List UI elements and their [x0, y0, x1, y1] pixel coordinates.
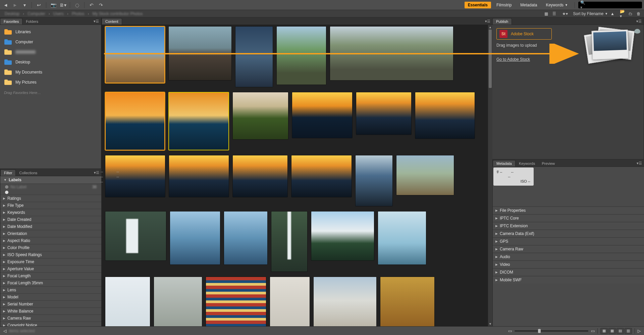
- favorites-item[interactable]: Desktop: [1, 57, 100, 67]
- filter-section-labels[interactable]: ▼Labels: [0, 176, 101, 184]
- filter-section[interactable]: ▶Ratings: [0, 195, 101, 202]
- view-as-details-icon[interactable]: ☰: [551, 11, 557, 16]
- thumbnail[interactable]: [105, 92, 165, 150]
- workspace-keywords[interactable]: Keywords ▼: [542, 2, 571, 8]
- workspace-filmstrip[interactable]: Filmstrip: [493, 2, 515, 8]
- breadcrumb-item[interactable]: My Stock contributor Photos: [90, 11, 145, 16]
- thumbnail-grid[interactable]: [102, 25, 488, 326]
- panel-menu-icon[interactable]: ▾☰: [92, 170, 101, 176]
- metadata-section[interactable]: ▶GPS: [493, 237, 644, 245]
- metadata-section[interactable]: ▶IPTC Core: [493, 214, 644, 222]
- favorites-item[interactable]: My Documents: [1, 67, 100, 77]
- thumbnail[interactable]: [224, 211, 268, 265]
- thumbnail[interactable]: [168, 92, 229, 150]
- slider-knob[interactable]: [538, 329, 541, 333]
- new-folder-icon[interactable]: 🗀: [628, 11, 633, 16]
- tab-collections[interactable]: Collections: [16, 170, 41, 176]
- thumbnail[interactable]: [313, 277, 377, 326]
- adobe-stock-service-row[interactable]: St Adobe Stock: [496, 28, 552, 40]
- metadata-section[interactable]: ▶Audio: [493, 253, 644, 260]
- star-filter-icon[interactable]: ★▾: [562, 11, 568, 16]
- thumbnail[interactable]: [105, 211, 166, 261]
- filter-section[interactable]: ▶Focal Length 35mm: [0, 279, 101, 286]
- panel-menu-icon[interactable]: ▾☰: [92, 18, 101, 25]
- open-in-camera-raw-icon[interactable]: ◌: [73, 1, 81, 9]
- favorites-item[interactable]: [1, 47, 100, 57]
- upload-drop-zone[interactable]: [585, 28, 639, 64]
- reveal-recent-dropdown[interactable]: ▾: [21, 1, 28, 9]
- metadata-section[interactable]: ▶File Properties: [493, 206, 644, 214]
- filter-section[interactable]: ▶Model: [0, 293, 101, 300]
- thumbnail[interactable]: [168, 26, 232, 81]
- thumbnail[interactable]: [271, 211, 308, 272]
- thumbnail[interactable]: [170, 211, 220, 265]
- filter-section[interactable]: ▶Aperture Value: [0, 265, 101, 272]
- panel-menu-icon[interactable]: ▾☰: [634, 18, 644, 25]
- breadcrumb-item[interactable]: Desktop: [3, 11, 21, 16]
- search-text[interactable]: [587, 2, 643, 7]
- metadata-section[interactable]: ▶Video: [493, 260, 644, 268]
- filter-section[interactable]: ▶Exposure Time: [0, 258, 101, 265]
- metadata-section[interactable]: ▶DICOM: [493, 268, 644, 276]
- tab-folders[interactable]: Folders: [22, 18, 42, 25]
- metadata-section[interactable]: ▶Camera Data (Exif): [493, 230, 644, 237]
- thumbnail[interactable]: [396, 155, 454, 195]
- collapse-right-icon[interactable]: ▷: [638, 329, 641, 333]
- grid-view-icon[interactable]: ▦: [608, 328, 616, 334]
- thumbnail[interactable]: [232, 155, 288, 197]
- filter-section[interactable]: ▶Color Profile: [0, 244, 101, 251]
- metadata-section[interactable]: ▶Mobile SWF: [493, 276, 644, 284]
- filter-section[interactable]: ▶Copyright Notice: [0, 322, 101, 326]
- tab-publish[interactable]: Publish: [492, 18, 512, 25]
- thumbnail[interactable]: [232, 92, 288, 140]
- thumbnail-size-slider[interactable]: [515, 330, 588, 332]
- view-as-thumbnails-icon[interactable]: ▦: [543, 11, 549, 16]
- scroll-track[interactable]: [488, 30, 492, 322]
- thumbnail[interactable]: [206, 277, 266, 326]
- thumbnail[interactable]: [154, 277, 202, 326]
- refine-icon[interactable]: 🗎▾: [59, 1, 66, 9]
- filter-section[interactable]: ▶File Type: [0, 202, 101, 209]
- scroll-up-button[interactable]: ▲: [488, 25, 492, 30]
- tab-favorites[interactable]: Favorites: [0, 18, 22, 25]
- tab-keywords[interactable]: Keywords: [516, 160, 538, 166]
- favorites-item[interactable]: Libraries: [1, 27, 100, 37]
- thumbnail[interactable]: [355, 155, 393, 206]
- filter-section[interactable]: ▶Orientation: [0, 230, 101, 237]
- favorites-item[interactable]: My Pictures: [1, 77, 100, 87]
- search-input[interactable]: 🔍▾: [578, 2, 642, 8]
- thumbnail[interactable]: [276, 26, 326, 85]
- thumbnail[interactable]: [235, 26, 273, 87]
- get-photos-icon[interactable]: 📷: [50, 1, 57, 9]
- workspace-metadata[interactable]: Metadata: [517, 2, 540, 8]
- thumbnail[interactable]: [270, 277, 310, 326]
- metadata-section[interactable]: ▶Camera Raw: [493, 245, 644, 253]
- workspace-essentials[interactable]: Essentials: [465, 2, 491, 8]
- breadcrumb-item[interactable]: Users: [51, 11, 66, 16]
- zoom-out-icon[interactable]: ▭: [508, 329, 512, 333]
- collapse-left-icon[interactable]: ◁: [3, 329, 6, 333]
- thumbnail[interactable]: [292, 92, 353, 138]
- tab-filter[interactable]: Filter: [0, 170, 16, 176]
- tab-preview[interactable]: Preview: [538, 160, 558, 166]
- favorites-item[interactable]: Computer: [1, 37, 100, 47]
- rotate-cw-icon[interactable]: ↷: [97, 1, 105, 9]
- thumbnail[interactable]: [105, 277, 150, 326]
- filter-section[interactable]: ▶Camera Raw: [0, 315, 101, 322]
- thumbnail[interactable]: [105, 26, 165, 83]
- sort-direction-icon[interactable]: ▲: [610, 11, 614, 16]
- thumbnail[interactable]: [378, 211, 426, 265]
- label-swatch-row[interactable]: [0, 190, 101, 195]
- vertical-scrollbar[interactable]: ▲ ▼: [488, 25, 492, 326]
- filter-section[interactable]: ▶White Balance: [0, 307, 101, 315]
- thumbnail[interactable]: [415, 92, 475, 139]
- filter-section[interactable]: ▶Serial Number: [0, 300, 101, 307]
- scroll-handle[interactable]: [489, 30, 492, 88]
- thumbnail[interactable]: [330, 26, 453, 81]
- filter-section[interactable]: ▶Keywords: [0, 209, 101, 216]
- tab-metadata[interactable]: Metadata: [493, 160, 516, 166]
- lock-grid-icon[interactable]: ▦: [600, 328, 608, 334]
- boomerang-icon[interactable]: ↩: [35, 1, 43, 9]
- forward-button[interactable]: ►: [11, 1, 19, 9]
- go-to-adobe-stock-link[interactable]: Go to Adobe Stock: [496, 57, 530, 62]
